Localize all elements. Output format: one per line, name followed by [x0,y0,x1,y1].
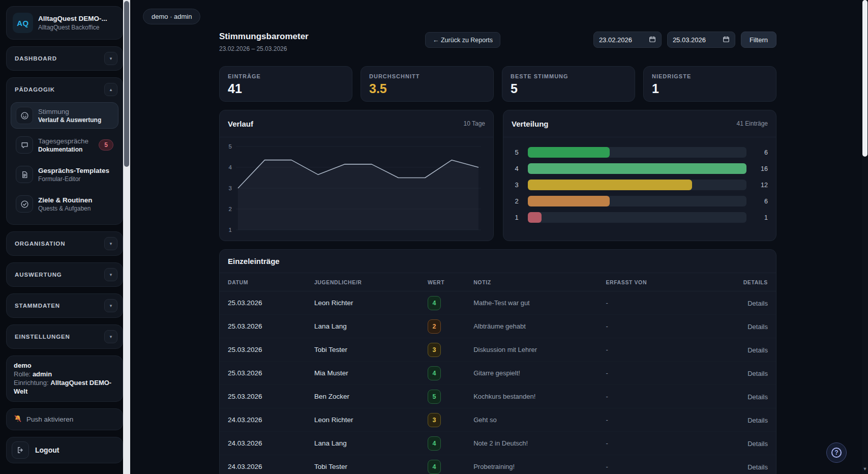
cell-erfasst-von: - [606,346,703,353]
user-role: Rolle: admin [14,370,115,378]
sidebar-item-gesprachs-templates[interactable]: Gesprächs-TemplatesFormular-Editor [11,161,118,188]
push-activate-button[interactable]: Push aktivieren [6,408,123,430]
sidebar-section-header-auswertung[interactable]: AUSWERTUNG▾ [7,263,123,286]
chat-icon [16,136,33,154]
stat-label: NIEDRIGSTE [652,73,768,79]
table-row: 25.03.2026Mia Muster4Gitarre gespielt!-D… [220,362,776,385]
stats-row: EINTRÄGE41DURCHSCHNITT3.5BESTE STIMMUNG5… [219,66,776,102]
scroll-down-arrow[interactable]: ▼ [862,466,868,471]
help-button[interactable]: ? [826,442,847,463]
chevron-down-icon[interactable]: ▾ [104,268,117,281]
table-row: 24.03.2026Leon Richter3Geht so-Details [220,408,776,432]
wert-badge: 4 [428,366,441,380]
stat-card-niedrigste: NIEDRIGSTE1 [643,66,776,102]
cell-jugendliche: Mia Muster [314,369,428,377]
wert-badge: 5 [428,390,441,404]
chevron-down-icon[interactable]: ▾ [104,52,117,65]
y-axis-tick-label: 2 [229,206,232,212]
entries-table-card: Einzeleinträge DATUMJUGENDLICHE/RWERTNOT… [219,249,776,474]
sidebar-item-stimmung[interactable]: StimmungVerlauf & Auswertung [11,102,118,129]
distribution-count: 12 [753,182,768,189]
date-to-input[interactable]: 25.03.2026 [667,32,735,48]
page-scrollbar-thumb[interactable] [862,0,867,157]
sidebar-scrollbar-thumb[interactable] [124,1,129,167]
distribution-row-5: 56 [512,147,768,158]
date-to-value: 25.03.2026 [673,36,706,44]
cell-notiz: Probetraining! [473,463,606,470]
cell-wert: 4 [428,460,473,474]
bar-fill [528,147,610,158]
details-link[interactable]: Details [747,323,768,331]
details-link[interactable]: Details [747,463,768,471]
cell-datum: 25.03.2026 [228,393,314,400]
wert-badge: 4 [428,460,441,474]
cell-jugendliche: Ben Zocker [314,393,428,400]
chevron-down-icon[interactable]: ▾ [104,237,117,250]
page-header: Stimmungsbarometer 23.02.2026 – 25.03.20… [219,32,776,58]
app-root: AQ AlltagQuest DEMO-... AlltagQuest Back… [0,0,868,474]
bar-fill [528,196,610,206]
sidebar-section-label: AUSWERTUNG [15,272,62,278]
chevron-down-icon[interactable]: ▾ [104,330,117,343]
bar-fill [528,180,692,190]
details-link[interactable]: Details [747,370,768,377]
sidebar-nav: DASHBOARD▾PÄDAGOGIK▴StimmungVerlauf & Au… [6,46,123,349]
table-row: 24.03.2026Lana Lang4Note 2 in Deutsch!-D… [220,432,776,455]
distribution-label: 1 [512,214,522,221]
back-to-reports-button[interactable]: ← Zurück zu Reports [425,32,500,48]
verteilung-bars: 564163122611 [503,137,776,223]
y-axis-tick-label: 5 [229,143,232,150]
chevron-up-icon[interactable]: ▴ [104,83,117,96]
sidebar-section-header-einstellungen[interactable]: EINSTELLUNGEN▾ [7,325,123,348]
calendar-icon [649,36,656,44]
chevron-down-icon[interactable]: ▾ [104,299,117,312]
sidebar-section-header-organisation[interactable]: ORGANISATION▾ [7,232,123,255]
cell-notiz: Geht so [473,416,606,424]
wert-badge: 3 [428,343,441,357]
details-link[interactable]: Details [747,417,768,424]
cell-wert: 4 [428,366,473,380]
sidebar-section-header-padagogik[interactable]: PÄDAGOGIK▴ [7,78,123,101]
sidebar-item-text: TagesgesprächeDokumentation [38,137,88,153]
bar-track [528,180,746,190]
logout-button[interactable]: Logout [6,437,123,463]
cell-jugendliche: Tobi Tester [314,463,428,470]
cell-details: Details [703,322,768,331]
date-from-input[interactable]: 23.02.2026 [593,32,662,48]
sidebar-item-tagesgesprache[interactable]: TagesgesprächeDokumentation5 [11,132,118,158]
verlauf-chart-range-badge: 10 Tage [464,120,486,127]
user-name: demo [14,361,115,370]
column-header-erfasst-von: ERFASST VON [606,279,703,285]
bar-fill [528,163,746,174]
details-link[interactable]: Details [747,440,768,448]
column-header-wert: WERT [428,279,473,285]
cell-wert: 3 [428,343,473,357]
filter-button[interactable]: Filtern [741,32,776,48]
page-scrollbar[interactable]: ▼ [862,0,868,474]
stat-label: DURCHSCHNITT [369,73,485,79]
cell-jugendliche: Lana Lang [314,322,428,330]
stat-label: EINTRÄGE [228,73,344,79]
sidebar-item-subtitle: Quests & Aufgaben [38,205,93,212]
logout-icon [12,441,29,459]
cell-erfasst-von: - [606,393,703,400]
sidebar-section-header-stammdaten[interactable]: STAMMDATEN▾ [7,294,123,317]
verlauf-chart-card: Verlauf 10 Tage 54321 [219,110,494,241]
details-link[interactable]: Details [747,393,768,401]
table-body: 25.03.2026Leon Richter4Mathe-Test war gu… [220,291,776,474]
sidebar-item-ziele-routinen[interactable]: Ziele & RoutinenQuests & Aufgaben [11,191,118,217]
cell-jugendliche: Leon Richter [314,299,428,307]
question-mark-icon: ? [831,448,842,458]
cell-notiz: Gitarre gespielt! [473,369,606,377]
cell-datum: 25.03.2026 [228,322,314,330]
verteilung-chart-card: Verteilung 41 Einträge 564163122611 [503,110,776,241]
sidebar-section-header-dashboard[interactable]: DASHBOARD▾ [7,47,123,70]
sidebar-scrollbar[interactable] [123,0,130,474]
details-link[interactable]: Details [747,300,768,307]
cell-erfasst-von: - [606,416,703,424]
details-link[interactable]: Details [747,346,768,354]
sidebar-section-dashboard: DASHBOARD▾ [6,46,123,71]
sidebar-item-subtitle: Verlauf & Auswertung [38,116,101,124]
stat-label: BESTE STIMMUNG [511,73,626,79]
cell-wert: 5 [428,390,473,404]
